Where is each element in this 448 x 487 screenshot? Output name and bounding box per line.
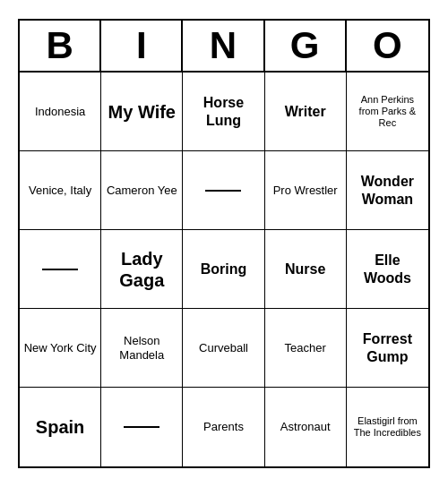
bingo-cell: Pro Wrestler: [265, 151, 347, 230]
bingo-cell: Indonesia: [20, 73, 101, 151]
bingo-cell: Wonder Woman: [347, 151, 428, 230]
bingo-cell: [183, 151, 264, 230]
bingo-cell: Writer: [265, 73, 347, 151]
bingo-cell: Nurse: [265, 230, 347, 309]
bingo-header-letter: I: [101, 21, 183, 71]
bingo-cell: Curveball: [183, 309, 264, 388]
bingo-grid: IndonesiaMy WifeHorse LungWriterAnn Perk…: [20, 73, 428, 466]
bingo-cell: Venice, Italy: [20, 151, 101, 230]
bingo-cell: Elastigirl from The Incredibles: [347, 388, 428, 466]
bingo-cell: Boring: [183, 230, 264, 309]
bingo-cell: Cameron Yee: [101, 151, 183, 230]
bingo-cell: [101, 388, 183, 466]
bingo-cell: [20, 230, 101, 309]
bingo-header: BINGO: [20, 21, 428, 73]
bingo-header-letter: N: [183, 21, 264, 71]
bingo-header-letter: B: [20, 21, 101, 71]
bingo-cell: Ann Perkins from Parks & Rec: [347, 73, 428, 151]
bingo-card: BINGO IndonesiaMy WifeHorse LungWriterAn…: [18, 19, 430, 468]
bingo-cell: New York City: [20, 309, 101, 388]
bingo-cell: My Wife: [101, 73, 183, 151]
bingo-cell: Astronaut: [265, 388, 347, 466]
bingo-cell: Spain: [20, 388, 101, 466]
bingo-cell: Forrest Gump: [347, 309, 428, 388]
bingo-header-letter: G: [265, 21, 347, 71]
bingo-cell: Lady Gaga: [101, 230, 183, 309]
bingo-cell: Parents: [183, 388, 264, 466]
bingo-header-letter: O: [347, 21, 428, 71]
bingo-cell: Nelson Mandela: [101, 309, 183, 388]
bingo-cell: Elle Woods: [347, 230, 428, 309]
bingo-cell: Teacher: [265, 309, 347, 388]
bingo-cell: Horse Lung: [183, 73, 264, 151]
